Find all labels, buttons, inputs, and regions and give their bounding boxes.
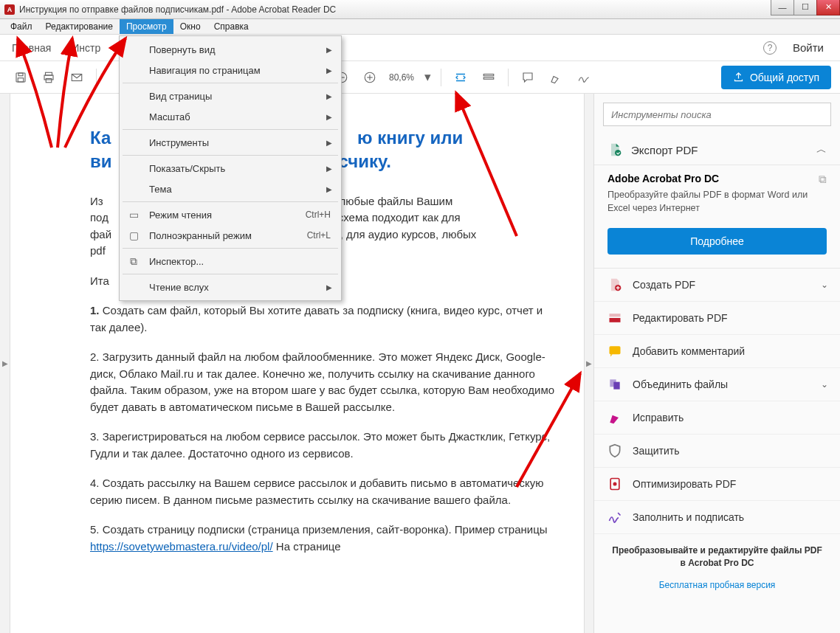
promo-text: Преобразовывайте и редактируйте файлы PD… bbox=[594, 534, 840, 580]
document-paragraph: 2. Загрузить данный файл на любом файлоо… bbox=[90, 349, 558, 415]
view-menu-item[interactable]: Полноэкранный режим▢Ctrl+L bbox=[120, 225, 341, 246]
left-panel-toggle[interactable]: ▶ bbox=[0, 94, 10, 633]
chevron-down-icon: ⌄ bbox=[821, 379, 828, 390]
view-menu-item[interactable]: Показать/Скрыть▶ bbox=[120, 158, 341, 179]
export-icon bbox=[607, 142, 622, 157]
toolbar-separator bbox=[441, 69, 441, 86]
document-link[interactable]: https://sovetywebmastera.ru/video/pl/ bbox=[90, 540, 273, 553]
copy-icon[interactable]: ⧉ bbox=[819, 173, 827, 186]
menubar: Файл Редактирование Просмотр Окно Справк… bbox=[0, 19, 840, 35]
svg-rect-13 bbox=[483, 77, 494, 79]
view-menu-item[interactable]: Повернуть вид▶ bbox=[120, 39, 341, 60]
view-menu-item[interactable]: Навигация по страницам▶ bbox=[120, 60, 341, 80]
help-icon[interactable]: ? bbox=[763, 41, 777, 55]
page-display-icon[interactable] bbox=[477, 66, 500, 89]
right-panel-toggle[interactable]: ▶ bbox=[584, 94, 594, 633]
sign-icon bbox=[607, 510, 622, 525]
tool-item[interactable]: Исправить bbox=[594, 401, 840, 435]
more-button[interactable]: Подробнее bbox=[607, 228, 827, 255]
menu-edit[interactable]: Редактирование bbox=[39, 19, 120, 34]
tool-item[interactable]: Оптимизировать PDF bbox=[594, 468, 840, 501]
upload-icon bbox=[733, 72, 744, 83]
zoom-in-icon[interactable] bbox=[358, 66, 382, 89]
combine-icon bbox=[607, 377, 622, 392]
menu-view[interactable]: Просмотр bbox=[120, 19, 173, 34]
toolbar-separator bbox=[96, 69, 97, 86]
pro-title: Adobe Acrobat Pro DC bbox=[607, 173, 827, 184]
highlight-icon[interactable] bbox=[544, 66, 568, 89]
svg-rect-2 bbox=[18, 77, 24, 81]
tool-label: Создать PDF bbox=[633, 279, 695, 291]
export-pdf-section[interactable]: Экспорт PDF ︿ bbox=[594, 135, 840, 165]
tool-item[interactable]: Добавить комментарий bbox=[594, 335, 840, 368]
login-button[interactable]: Войти bbox=[793, 41, 824, 54]
document-paragraph: 5. Создать страницу подписки (страница п… bbox=[90, 522, 558, 555]
tools-panel: ▶ Экспорт PDF ︿ Adobe Acrobat Pro DC ⧉ П… bbox=[593, 94, 840, 633]
document-paragraph: 3. Зарегистрироваться на любом сервисе р… bbox=[90, 429, 558, 462]
view-menu-item[interactable]: Чтение вслух▶ bbox=[120, 277, 341, 297]
share-label: Общий доступ bbox=[750, 72, 819, 83]
fit-width-icon[interactable] bbox=[449, 66, 472, 89]
svg-rect-5 bbox=[46, 78, 52, 82]
trial-link[interactable]: Бесплатная пробная версия bbox=[594, 580, 840, 599]
save-icon[interactable] bbox=[9, 66, 32, 89]
svg-rect-17 bbox=[610, 318, 621, 322]
chevron-down-icon: ⌄ bbox=[821, 280, 828, 290]
create-icon bbox=[607, 277, 622, 292]
view-menu-item[interactable]: Масштаб▶ bbox=[120, 106, 341, 127]
export-pdf-label: Экспорт PDF bbox=[631, 144, 698, 156]
comment-icon[interactable] bbox=[516, 66, 540, 89]
pro-description: Преобразуйте файлы PDF в формат Word или… bbox=[607, 189, 827, 215]
menu-window[interactable]: Окно bbox=[173, 19, 207, 34]
tab-tools[interactable]: Инстр bbox=[72, 42, 100, 54]
maximize-button[interactable]: ☐ bbox=[793, 0, 817, 15]
chevron-up-icon: ︿ bbox=[816, 143, 827, 156]
edit-icon bbox=[607, 311, 622, 325]
sign-icon[interactable] bbox=[572, 66, 596, 89]
tool-label: Исправить bbox=[633, 412, 684, 423]
print-icon[interactable] bbox=[37, 66, 61, 89]
close-button[interactable]: ✕ bbox=[816, 0, 840, 15]
svg-point-22 bbox=[613, 482, 617, 486]
tab-home[interactable]: Главная bbox=[12, 42, 51, 54]
zoom-level[interactable]: 80,6% bbox=[386, 72, 417, 83]
tools-search-input[interactable] bbox=[603, 103, 831, 126]
tool-label: Объединить файлы bbox=[633, 378, 728, 390]
tool-label: Добавить комментарий bbox=[633, 345, 745, 357]
fix-icon bbox=[607, 410, 622, 425]
tool-label: Редактировать PDF bbox=[633, 312, 728, 324]
tool-item[interactable]: Создать PDF⌄ bbox=[594, 269, 840, 302]
svg-rect-18 bbox=[610, 346, 621, 354]
window-controls: — ☐ ✕ bbox=[771, 0, 840, 15]
document-paragraph: 4. Создать рассылку на Вашем сервисе рас… bbox=[90, 475, 558, 508]
view-menu-item[interactable]: Инспектор...⧉ bbox=[120, 251, 341, 271]
window-titlebar: A Инструкция по отправке файлов подписчи… bbox=[0, 0, 840, 19]
app-icon: A bbox=[4, 4, 15, 15]
menu-help[interactable]: Справка bbox=[207, 19, 255, 34]
tool-item[interactable]: Редактировать PDF bbox=[594, 302, 840, 335]
tool-item[interactable]: Объединить файлы⌄ bbox=[594, 368, 840, 401]
view-menu-item[interactable]: Вид страницы▶ bbox=[120, 86, 341, 106]
zoom-dropdown-icon[interactable]: ▾ bbox=[421, 66, 433, 89]
tool-item[interactable]: Защитить bbox=[594, 435, 840, 468]
tool-label: Оптимизировать PDF bbox=[633, 478, 736, 490]
menu-file[interactable]: Файл bbox=[4, 19, 39, 34]
protect-icon bbox=[607, 443, 622, 458]
view-menu-item[interactable]: Тема▶ bbox=[120, 179, 341, 199]
toolbar-separator bbox=[508, 69, 509, 86]
tools-search bbox=[603, 103, 831, 126]
view-menu-dropdown: Повернуть вид▶Навигация по страницам▶Вид… bbox=[119, 35, 342, 301]
view-menu-item[interactable]: Режим чтения▭Ctrl+H bbox=[120, 204, 341, 225]
svg-point-14 bbox=[615, 150, 621, 156]
comment-icon bbox=[607, 344, 622, 359]
optimize-icon bbox=[607, 477, 622, 491]
minimize-button[interactable]: — bbox=[771, 0, 794, 15]
tool-item[interactable]: Заполнить и подписать bbox=[594, 501, 840, 534]
svg-rect-16 bbox=[610, 314, 621, 316]
share-button[interactable]: Общий доступ bbox=[721, 66, 831, 89]
svg-rect-20 bbox=[613, 382, 619, 390]
view-menu-item[interactable]: Инструменты▶ bbox=[120, 132, 341, 153]
mail-icon[interactable] bbox=[65, 66, 89, 89]
svg-rect-12 bbox=[483, 74, 494, 75]
window-title: Инструкция по отправке файлов подписчика… bbox=[19, 4, 336, 15]
